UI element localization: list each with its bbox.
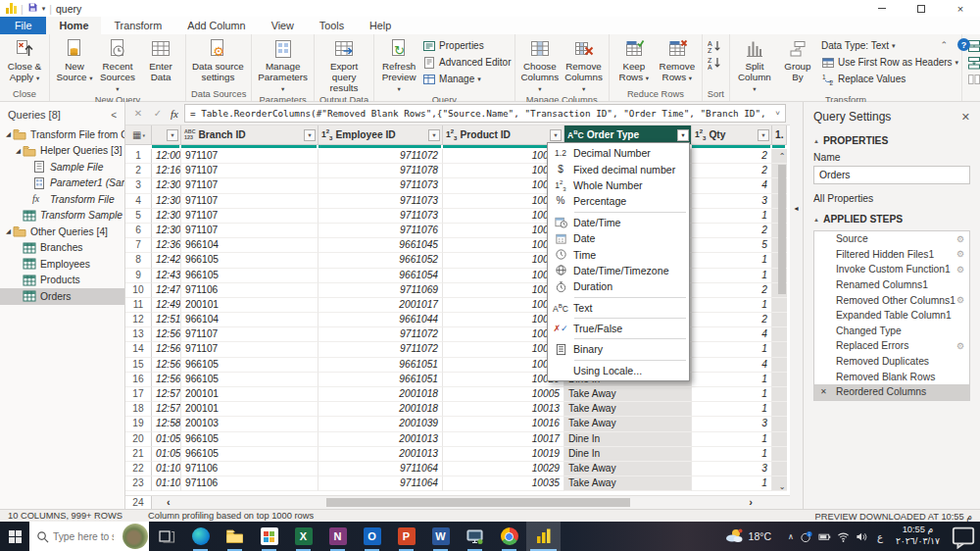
qty-cell[interactable]: 4 <box>692 178 772 193</box>
hidden-icons-chevron[interactable]: ∧ <box>788 532 794 541</box>
horizontal-scrollbar[interactable]: 24 ‹ › <box>125 495 790 509</box>
properties-section-header[interactable]: ▲ PROPERTIES <box>813 135 970 146</box>
expand-arrow-icon[interactable]: ◢ <box>14 147 23 155</box>
qty-cell[interactable]: 2 <box>692 164 772 178</box>
taskbar-icon-outlook[interactable]: O <box>355 522 389 551</box>
recent-sources-button[interactable]: RecentSources ▾ <box>96 36 139 95</box>
query-item-employees[interactable]: Employees <box>0 256 124 273</box>
employee-id-cell[interactable]: 2001018 <box>318 402 443 417</box>
manage-parameters-button[interactable]: ManageParameters ▾ <box>255 36 311 95</box>
menu-item-date[interactable]: Date <box>548 230 689 246</box>
qty-cell[interactable]: 1 <box>692 298 772 313</box>
all-properties-link[interactable]: All Properties <box>813 193 970 204</box>
qty-cell[interactable]: 1 <box>692 209 772 224</box>
qty-cell[interactable]: 1 <box>692 373 772 387</box>
row-number[interactable]: 8 <box>125 253 152 268</box>
remove-columns-button[interactable]: RemoveColumns ▾ <box>562 36 606 95</box>
order-type-cell[interactable]: Dine In <box>564 447 692 462</box>
restore-button[interactable] <box>902 0 941 17</box>
append-queries-button[interactable]: Append Queries ▾ <box>967 54 980 71</box>
qty-cell[interactable]: 1 <box>692 476 772 491</box>
step-settings-gear-icon[interactable]: ⚙ <box>956 295 964 305</box>
column-header-employee-id[interactable]: 123Employee ID▼ <box>318 125 443 145</box>
step-settings-gear-icon[interactable]: ⚙ <box>956 249 964 259</box>
minimize-button[interactable] <box>862 0 902 17</box>
branch-id-cell[interactable]: 971107 <box>181 178 318 193</box>
taskbar-search[interactable] <box>29 522 149 551</box>
taskbar-icon-powerpoint[interactable]: P <box>389 522 423 551</box>
employee-id-cell[interactable]: 2001039 <box>318 417 443 431</box>
branch-id-cell[interactable]: 966105 <box>181 358 318 373</box>
employee-id-cell[interactable]: 9711072 <box>318 149 443 164</box>
refresh-preview-button[interactable]: ↻RefreshPreview ▾ <box>377 36 420 95</box>
applied-steps-section-header[interactable]: ▲ APPLIED STEPS <box>813 214 970 225</box>
column-header-qty[interactable]: 123Qty▼ <box>692 125 772 145</box>
branch-id-cell[interactable]: 966105 <box>181 432 318 447</box>
battery-icon[interactable] <box>818 530 831 543</box>
confirm-formula-icon[interactable]: ✓ <box>151 108 165 119</box>
row-number[interactable]: 4 <box>125 194 152 209</box>
order-type-cell[interactable]: Take Away <box>564 387 692 402</box>
start-button[interactable] <box>0 522 29 551</box>
qty-cell[interactable]: 1 <box>692 342 772 357</box>
branch-id-cell[interactable]: 966105 <box>181 373 318 387</box>
row-number[interactable]: 13 <box>125 327 152 342</box>
order-time-cell[interactable]: 01:05:12 ص <box>152 447 181 462</box>
row-number[interactable]: 1 <box>125 149 152 164</box>
row-number[interactable]: 23 <box>125 476 152 491</box>
menu-tab-help[interactable]: Help <box>357 17 404 34</box>
taskbar-icon-onenote[interactable]: N <box>320 522 355 551</box>
order-time-cell[interactable]: 12:16:48 ص <box>152 164 181 178</box>
employee-id-cell[interactable]: 9661045 <box>318 238 443 253</box>
order-time-cell[interactable]: 12:36:00 ص <box>152 238 181 253</box>
row-number[interactable]: 9 <box>125 269 152 283</box>
collapse-settings-icon[interactable]: ◄ <box>793 205 800 212</box>
branch-id-cell[interactable]: 971107 <box>181 327 318 342</box>
menu-item-decimal-number[interactable]: 1.2Decimal Number <box>548 145 689 161</box>
employee-id-cell[interactable]: 9661051 <box>318 373 443 387</box>
vertical-scrollbar-thumb[interactable] <box>778 165 786 294</box>
sort-az-button[interactable]: AZ <box>708 37 724 54</box>
product-id-cell[interactable]: 10019 <box>443 447 564 462</box>
delete-step-icon[interactable]: ✕ <box>820 387 827 396</box>
filter-icon[interactable]: ▼ <box>167 129 178 141</box>
qty-cell[interactable]: 2 <box>692 149 772 164</box>
query-item-transform-file[interactable]: fxTransform File <box>0 191 124 208</box>
order-type-cell[interactable]: Take Away <box>564 417 692 431</box>
order-time-cell[interactable]: 12:43:12 ص <box>152 269 181 283</box>
menu-item-duration[interactable]: Duration <box>548 278 689 294</box>
advanced-editor-button[interactable]: Advanced Editor <box>422 54 511 71</box>
order-time-cell[interactable]: 12:42:48 ص <box>152 253 181 268</box>
order-time-cell[interactable]: 12:57:36 ص <box>152 402 181 417</box>
order-time-cell[interactable]: 12:51:12 ص <box>152 313 181 327</box>
menu-item-date-time-timezone[interactable]: Date/Time/Timezone <box>548 263 689 278</box>
taskbar-icon-excel[interactable]: X <box>286 522 320 551</box>
query-item-other-queries-4[interactable]: ◢Other Queries [4] <box>0 224 124 240</box>
employee-id-cell[interactable]: 9711069 <box>318 283 443 298</box>
applied-step-expanded-table-column1[interactable]: Expanded Table Column1 <box>814 308 969 324</box>
filter-icon[interactable]: ▼ <box>550 129 562 141</box>
taskbar-icon-power-bi[interactable] <box>526 522 561 551</box>
qty-cell[interactable]: 1 <box>692 402 772 417</box>
taskbar-icon-my-computer[interactable] <box>458 522 492 551</box>
row-number[interactable]: 14 <box>125 342 152 357</box>
column-header-order-time-partial[interactable]: ▼ <box>152 125 181 145</box>
menu-tab-tools[interactable]: Tools <box>307 17 357 34</box>
replace-values-button[interactable]: 12Replace Values <box>821 71 958 87</box>
menu-item-date-time[interactable]: Date/Time <box>548 215 689 230</box>
query-item-helper-queries-3[interactable]: ◢Helper Queries [3] <box>0 143 124 160</box>
vertical-scrollbar[interactable]: ⌃ ⌄ <box>777 151 787 493</box>
search-highlight-avatar[interactable] <box>122 524 148 549</box>
product-id-cell[interactable]: 10005 <box>443 387 564 402</box>
applied-step-renamed-columns1[interactable]: Renamed Columns1 <box>814 277 969 293</box>
qty-cell[interactable]: 1 <box>692 432 772 447</box>
row-number[interactable]: 11 <box>125 298 152 313</box>
sort-za-button[interactable]: ZA <box>708 54 724 71</box>
employee-id-cell[interactable]: 2001013 <box>318 447 443 462</box>
menu-item-true-false[interactable]: ✗✓True/False <box>548 321 689 336</box>
branch-id-cell[interactable]: 200101 <box>181 387 318 402</box>
employee-id-cell[interactable]: 9711064 <box>318 476 443 491</box>
menu-item-percentage[interactable]: %Percentage <box>548 193 689 209</box>
expand-arrow-icon[interactable]: ◢ <box>4 130 13 138</box>
applied-step-filtered-hidden-files1[interactable]: Filtered Hidden Files1⚙ <box>814 247 969 263</box>
